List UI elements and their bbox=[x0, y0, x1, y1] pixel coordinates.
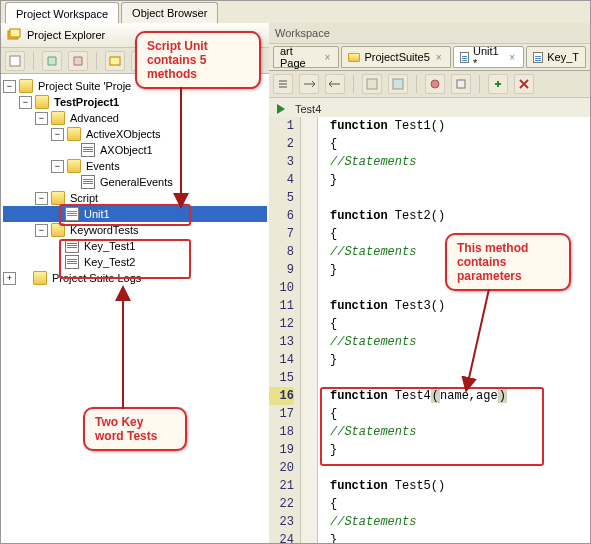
toolbar-button[interactable] bbox=[273, 74, 293, 94]
line-number: 3 bbox=[269, 153, 294, 171]
toolbar-button[interactable] bbox=[42, 51, 62, 71]
toolbar-separator bbox=[479, 75, 480, 93]
callout-text: Script Unit contains 5 methods bbox=[147, 39, 208, 81]
project-explorer-panel: Project Explorer −Project Suite 'Proje −… bbox=[1, 23, 270, 543]
tree-item-activex[interactable]: −ActiveXObjects bbox=[3, 126, 267, 142]
code-line: { bbox=[330, 315, 590, 333]
tree-label: Key_Test1 bbox=[82, 238, 137, 254]
folder-icon bbox=[33, 271, 47, 285]
tree-item-unit1[interactable]: Unit1 bbox=[3, 206, 267, 222]
toolbar-button[interactable] bbox=[388, 74, 408, 94]
tab-project-workspace[interactable]: Project Workspace bbox=[5, 2, 119, 24]
tree-label: Project Suite Logs bbox=[50, 270, 143, 286]
toolbar-button[interactable] bbox=[425, 74, 445, 94]
toolbar-button[interactable] bbox=[362, 74, 382, 94]
code-line: function Test1() bbox=[330, 117, 590, 135]
tree-item-keytest2[interactable]: Key_Test2 bbox=[3, 254, 267, 270]
svg-rect-6 bbox=[367, 79, 377, 89]
close-icon[interactable]: × bbox=[507, 52, 517, 63]
line-number: 16 bbox=[269, 387, 294, 405]
code-line: //Statements bbox=[330, 333, 590, 351]
tree-item-advanced[interactable]: −Advanced bbox=[3, 110, 267, 126]
code-area[interactable]: function Test1(){ //Statements}function … bbox=[318, 117, 590, 543]
line-gutter: 1234567891011121314151617181920212223242… bbox=[269, 117, 301, 543]
code-line: //Statements bbox=[330, 513, 590, 531]
code-line: //Statements bbox=[330, 153, 590, 171]
folder-icon bbox=[51, 223, 65, 237]
tab-label: ProjectSuite5 bbox=[364, 51, 429, 63]
toolbar-button[interactable] bbox=[299, 74, 319, 94]
toolbar-button[interactable] bbox=[451, 74, 471, 94]
callout-this-method: This method contains parameters bbox=[445, 233, 571, 291]
tree-item-script[interactable]: −Script bbox=[3, 190, 267, 206]
tab-label: Project Workspace bbox=[16, 8, 108, 20]
code-line: { bbox=[330, 135, 590, 153]
code-line: function Test3() bbox=[330, 297, 590, 315]
tree-label: Unit1 bbox=[82, 206, 112, 222]
collapse-icon[interactable]: − bbox=[35, 224, 48, 237]
toolbar-button[interactable] bbox=[5, 51, 25, 71]
collapse-icon[interactable]: − bbox=[35, 112, 48, 125]
line-number: 22 bbox=[269, 495, 294, 513]
collapse-icon[interactable]: − bbox=[51, 128, 64, 141]
tree-item-logs[interactable]: +Project Suite Logs bbox=[3, 270, 267, 286]
folder-icon bbox=[67, 159, 81, 173]
tab-label: Key_T bbox=[547, 51, 579, 63]
close-icon[interactable]: × bbox=[434, 52, 444, 63]
code-editor[interactable]: 1234567891011121314151617181920212223242… bbox=[269, 117, 590, 543]
toolbar-separator bbox=[416, 75, 417, 93]
folder-icon bbox=[348, 53, 360, 62]
tree-item-keywordtests[interactable]: −KeywordTests bbox=[3, 222, 267, 238]
play-icon[interactable] bbox=[277, 104, 285, 114]
code-line: function Test4(name,age) bbox=[330, 387, 590, 405]
code-line: { bbox=[330, 495, 590, 513]
line-number: 8 bbox=[269, 243, 294, 261]
folder-icon bbox=[35, 95, 49, 109]
collapse-icon[interactable]: − bbox=[3, 80, 16, 93]
toolbar-separator bbox=[33, 52, 34, 70]
line-number: 18 bbox=[269, 423, 294, 441]
code-line: function Test5() bbox=[330, 477, 590, 495]
doc-tab-suite[interactable]: ProjectSuite5× bbox=[341, 46, 450, 68]
collapse-icon[interactable]: − bbox=[35, 192, 48, 205]
expand-icon[interactable]: + bbox=[3, 272, 16, 285]
doc-tab-startpage[interactable]: art Page× bbox=[273, 46, 339, 68]
panel-title: Project Explorer bbox=[27, 29, 105, 41]
folder-icon bbox=[19, 79, 33, 93]
folder-icon bbox=[51, 111, 65, 125]
line-number: 5 bbox=[269, 189, 294, 207]
tree-item-project[interactable]: −TestProject1 bbox=[3, 94, 267, 110]
file-icon bbox=[65, 239, 79, 253]
doc-tab-unit1[interactable]: Unit1 *× bbox=[453, 46, 525, 68]
toolbar-separator bbox=[96, 52, 97, 70]
toolbar-button[interactable] bbox=[514, 74, 534, 94]
tree-label: KeywordTests bbox=[68, 222, 140, 238]
tree-label: TestProject1 bbox=[52, 94, 121, 110]
breakpoint-strip[interactable] bbox=[301, 117, 318, 543]
toolbar-button[interactable] bbox=[488, 74, 508, 94]
code-line: } bbox=[330, 171, 590, 189]
svg-rect-1 bbox=[10, 29, 20, 37]
code-line bbox=[330, 369, 590, 387]
tree-item-axobject[interactable]: AXObject1 bbox=[3, 142, 267, 158]
tab-label: art Page bbox=[280, 45, 319, 69]
line-number: 6 bbox=[269, 207, 294, 225]
project-tree[interactable]: −Project Suite 'Proje −TestProject1 −Adv… bbox=[1, 74, 269, 290]
close-icon[interactable]: × bbox=[323, 52, 333, 63]
tree-item-events[interactable]: −Events bbox=[3, 158, 267, 174]
tab-object-browser[interactable]: Object Browser bbox=[121, 2, 218, 23]
file-icon bbox=[81, 175, 95, 189]
toolbar-button[interactable] bbox=[68, 51, 88, 71]
collapse-icon[interactable]: − bbox=[51, 160, 64, 173]
tree-item-generalevents[interactable]: GeneralEvents bbox=[3, 174, 267, 190]
toolbar-button[interactable] bbox=[325, 74, 345, 94]
toolbar-button[interactable] bbox=[105, 51, 125, 71]
collapse-icon[interactable]: − bbox=[19, 96, 32, 109]
line-number: 14 bbox=[269, 351, 294, 369]
tree-item-keytest1[interactable]: Key_Test1 bbox=[3, 238, 267, 254]
editor-toolbar-main bbox=[269, 71, 590, 98]
line-number: 2 bbox=[269, 135, 294, 153]
doc-tab-keytest[interactable]: Key_T bbox=[526, 46, 586, 68]
header-text: Workspace bbox=[275, 27, 330, 39]
tree-label: Project Suite 'Proje bbox=[36, 78, 133, 94]
